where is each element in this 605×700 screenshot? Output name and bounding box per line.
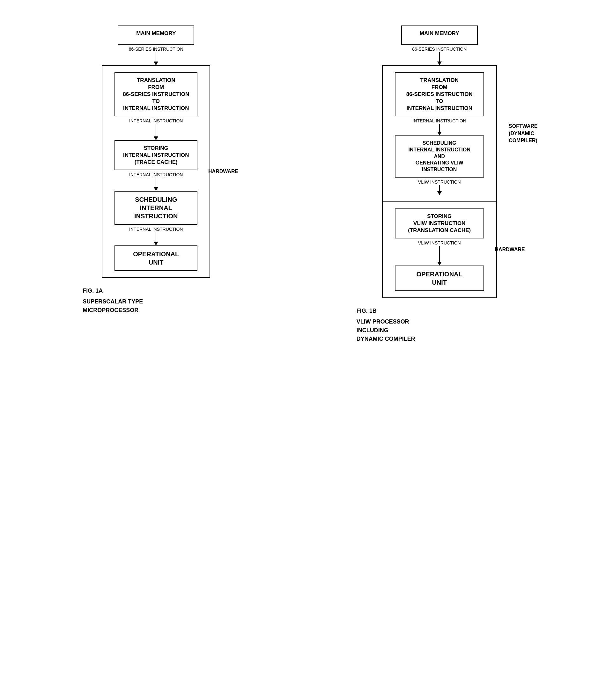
fig-desc-left: SUPERSCALAR TYPE MICROPROCESSOR xyxy=(82,297,236,315)
main-memory-left: MAIN MEMORY xyxy=(118,25,194,45)
fig-caption-left: FIG. 1A SUPERSCALAR TYPE MICROPROCESSOR xyxy=(76,288,236,315)
software-section-right: SOFTWARE (DYNAMIC COMPILER) TRANSLATION … xyxy=(382,65,497,202)
fig-id-right: FIG. 1B xyxy=(357,308,529,314)
software-label-right: SOFTWARE (DYNAMIC COMPILER) xyxy=(509,123,538,144)
arrow2-left: INTERNAL INSTRUCTION xyxy=(129,116,183,140)
diagrams-container: MAIN MEMORY 86-SERIES INSTRUCTION HARDWA… xyxy=(19,13,586,343)
hardware-section-right: HARDWARE STORING VLIW INSTRUCTION (TRANS… xyxy=(382,202,497,298)
translation-box-left: TRANSLATION FROM 86-SERIES INSTRUCTION T… xyxy=(115,72,197,116)
fig-desc-right: VLIW PROCESSOR INCLUDING DYNAMIC COMPILE… xyxy=(357,318,529,343)
scheduling-box-right: SCHEDULING INTERNAL INSTRUCTION AND GENE… xyxy=(395,135,484,178)
arrow4-right: VLIW INSTRUCTION xyxy=(418,239,461,266)
diagram-left: MAIN MEMORY 86-SERIES INSTRUCTION HARDWA… xyxy=(76,25,236,315)
arrow3-left: INTERNAL INSTRUCTION xyxy=(129,170,183,191)
arrow2-right: INTERNAL INSTRUCTION xyxy=(413,116,466,135)
hardware-label-right: HARDWARE xyxy=(495,247,525,252)
hardware-box-left: HARDWARE TRANSLATION FROM 86-SERIES INST… xyxy=(102,65,210,278)
scheduling-box-left: SCHEDULING INTERNAL INSTRUCTION xyxy=(115,191,197,225)
main-memory-right: MAIN MEMORY xyxy=(401,25,478,45)
arrow3-right: VLIW INSTRUCTION xyxy=(418,178,461,195)
diagram-right: MAIN MEMORY 86-SERIES INSTRUCTION SOFTWA… xyxy=(350,25,529,343)
storing-box-right: STORING VLIW INSTRUCTION (TRANSLATION CA… xyxy=(395,208,484,239)
hardware-label-left: HARDWARE xyxy=(208,169,238,174)
storing-box-left: STORING INTERNAL INSTRUCTION (TRACE CACH… xyxy=(115,140,197,170)
arrow1-right: 86-SERIES INSTRUCTION xyxy=(412,45,466,65)
arrow4-left: INTERNAL INSTRUCTION xyxy=(129,225,183,246)
operational-box-right: OPERATIONAL UNIT xyxy=(395,266,484,291)
fig-id-left: FIG. 1A xyxy=(82,288,236,294)
translation-box-right: TRANSLATION FROM 86-SERIES INSTRUCTION T… xyxy=(395,72,484,116)
fig-caption-right: FIG. 1B VLIW PROCESSOR INCLUDING DYNAMIC… xyxy=(350,308,529,343)
operational-box-left: OPERATIONAL UNIT xyxy=(115,246,197,271)
arrow1-left: 86-SERIES INSTRUCTION xyxy=(129,45,184,65)
